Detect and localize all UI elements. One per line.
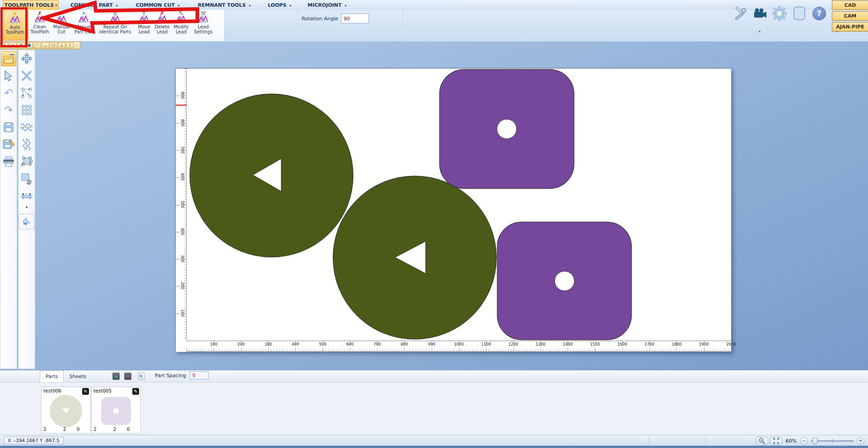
vertical-ruler: 100200300400500600700800900 (176, 69, 187, 341)
minus-icon: − (126, 374, 130, 379)
menu-connect-part[interactable]: CONNECT PART ▾ (67, 1, 121, 9)
toolpath-tools-group: ✶ AutoToolPath ✗ CleanToolPath ➤ ManualC… (0, 10, 224, 42)
menu-loops[interactable]: LOOPS ▾ (264, 1, 295, 9)
window-bottom-edge (0, 446, 868, 448)
mini-toolbar-button-1[interactable]: • (1, 42, 9, 48)
part-counts: 2 2 0 (92, 426, 140, 433)
select-pointer-button[interactable] (1, 68, 16, 83)
scale-part-button[interactable] (19, 154, 34, 169)
zoom-tool-button[interactable] (756, 437, 768, 445)
zoom-slider-thumb[interactable] (812, 438, 817, 444)
mini-toolbar-button-3[interactable]: ✕ (17, 42, 25, 48)
auto-toolpath-button[interactable]: ✶ AutoToolPath (1, 10, 28, 41)
move-lead-button[interactable]: ↑ MoveLead (135, 10, 153, 41)
part-square-1[interactable] (439, 69, 574, 189)
settings-gear-icon[interactable] (772, 6, 787, 21)
tab-sheets[interactable]: Sheets (64, 370, 92, 382)
mirror-horizontal-icon (21, 122, 33, 133)
mini-toolbar-button-9[interactable]: ) (66, 42, 74, 48)
nesting-canvas[interactable]: 100200300400500600700800900 100200300400… (175, 68, 732, 352)
part-card-test005[interactable]: test005 ✎ 2 2 0 (91, 387, 141, 434)
edit-part-button[interactable]: ✎ (132, 388, 139, 395)
help-icon[interactable]: ? (812, 6, 826, 21)
tab-ajan-pipe[interactable]: AJAN-PIPE (832, 22, 868, 32)
grid-array-icon (21, 104, 33, 116)
repeat-on-identical-parts-button[interactable]: ≡ Repeat OnIdentical Parts (95, 10, 135, 41)
rotation-angle-input[interactable] (341, 14, 369, 23)
rotation-angle-label: Rotation Angle (302, 16, 338, 22)
flip-part-button[interactable] (19, 214, 34, 229)
manual-cut-button[interactable]: ➤ ManualCut (51, 10, 72, 41)
more-tools-caret[interactable]: ▾ (19, 205, 35, 209)
part-name: test006 (43, 388, 61, 393)
rotation-angle-group: Rotation Angle (302, 14, 369, 23)
move-part-button[interactable] (19, 51, 34, 66)
folder-open-icon (3, 53, 14, 64)
tab-cad[interactable]: CAD (832, 0, 868, 10)
sheet-area[interactable] (187, 69, 731, 341)
lead-settings-button[interactable]: ⚒ LeadSettings (191, 10, 215, 41)
part-card-test006[interactable]: test006 ✎ 2 2 0 (41, 387, 91, 434)
mirror-vertical-button[interactable] (19, 137, 34, 152)
save-icon (3, 122, 14, 133)
redo-icon: ↷ (4, 105, 13, 115)
pointer-arrow-icon (3, 70, 14, 82)
clean-toolpath-button[interactable]: ✗ CleanToolPath (28, 10, 51, 41)
zoom-slider[interactable] (811, 440, 854, 442)
mirror-vertical-icon (21, 139, 32, 150)
quick-icons: ▾ ▾ ? (733, 6, 826, 21)
ribbon-separator (403, 10, 403, 42)
menu-toolpath-tools[interactable]: TOOLPATH TOOLS ▾ (3, 0, 59, 10)
mini-toolbar-button-7[interactable]: ○ (50, 42, 57, 48)
pencil-icon: ✎ (134, 389, 137, 394)
pencil-icon: ✎ (84, 389, 87, 394)
menu-microjoint[interactable]: MICROJOINT ▾ (304, 1, 350, 9)
modify-lead-button[interactable]: ✎ ModifyLead (171, 10, 191, 41)
mini-toolbar-button-8[interactable]: ⊥ (58, 42, 65, 48)
part-square-2[interactable] (497, 222, 631, 340)
repeat-icon: ≡ (108, 12, 122, 24)
save-button[interactable] (1, 120, 16, 135)
mini-toolbar-button-6[interactable]: ◡ (42, 42, 49, 48)
zoom-controls: 60% − + (756, 436, 864, 445)
fit-screen-icon (773, 438, 779, 444)
array-copy-button[interactable] (19, 102, 34, 118)
edit-part-button[interactable]: ✎ (82, 388, 89, 395)
add-part-button[interactable]: + (112, 373, 120, 380)
part-spacing-input[interactable] (190, 371, 209, 379)
caret-down-icon: ▾ (249, 4, 251, 8)
delete-part-button[interactable] (19, 68, 34, 83)
part-circle-1[interactable] (190, 94, 353, 257)
measure-button[interactable] (19, 188, 34, 203)
copy-move-button[interactable] (19, 85, 34, 101)
rotate-icon (21, 173, 33, 185)
camera-caret-icon[interactable]: ▾ (759, 30, 761, 33)
fit-to-screen-button[interactable] (770, 437, 782, 445)
print-button[interactable] (1, 154, 16, 169)
open-file-button[interactable] (1, 51, 16, 66)
delete-lead-button[interactable]: ✗ DeleteLead (153, 10, 171, 41)
mini-toolbar-button-2[interactable]: • (9, 42, 17, 48)
zoom-in-button[interactable]: + (857, 437, 864, 445)
mini-toolbar-button-5[interactable]: ◠ (33, 42, 41, 48)
print-icon (3, 156, 14, 167)
tools-icon[interactable] (733, 6, 747, 21)
remove-part-button[interactable]: − (124, 373, 131, 380)
flip-icon (21, 216, 33, 227)
resize-part-button[interactable]: ⇱ (138, 373, 145, 380)
menu-remnant-tools[interactable]: REMNANT TOOLS ▾ (194, 1, 254, 9)
menu-common-cut[interactable]: COMMON CUT ▾ (132, 1, 183, 9)
manual-part-cut-button[interactable]: ➤ ManualPart Cut (72, 10, 95, 41)
rotate-part-button[interactable] (19, 171, 34, 186)
part-circle-2[interactable] (333, 176, 496, 339)
tab-cam[interactable]: CAM (832, 11, 868, 21)
tab-parts[interactable]: Parts (40, 370, 64, 382)
zoom-out-button[interactable]: − (800, 437, 808, 445)
mini-toolbar-button-4[interactable]: ◉ (25, 42, 33, 48)
redo-button[interactable]: ↷ (1, 102, 16, 118)
database-icon[interactable]: ▾ (792, 6, 807, 21)
mirror-horizontal-button[interactable] (19, 120, 34, 135)
save-as-button[interactable] (1, 137, 16, 152)
camera-icon[interactable]: ▾ (752, 6, 767, 21)
undo-button[interactable]: ↶ (1, 85, 16, 101)
